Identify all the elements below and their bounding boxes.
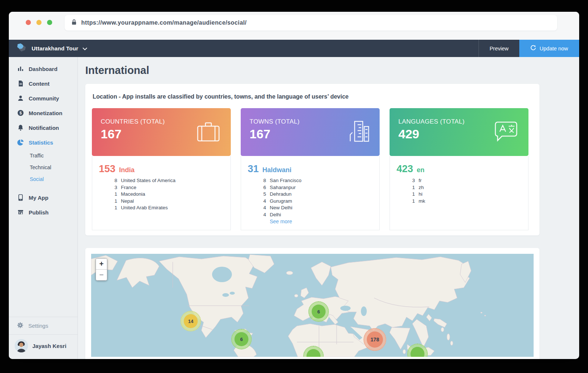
- top-language-name: en: [417, 166, 424, 174]
- sidebar-item-label: Community: [29, 95, 59, 102]
- sidebar-item-my-app[interactable]: My App: [9, 190, 78, 205]
- towns-column: TOWNS (TOTAL) 167: [241, 108, 380, 230]
- sidebar-item-label: My App: [29, 195, 49, 201]
- language-row: 1hi: [396, 191, 522, 198]
- storefront-icon: [17, 209, 24, 216]
- map-cluster-marker[interactable]: 14: [180, 311, 201, 331]
- maximize-window-button[interactable]: [47, 20, 52, 25]
- gear-icon: [17, 322, 24, 330]
- town-row: 8San Francisco: [247, 177, 373, 184]
- location-card: Location - App installs are classified b…: [85, 84, 539, 235]
- top-country-count: 153: [99, 163, 115, 175]
- sidebar-item-dashboard[interactable]: Dashboard: [9, 61, 78, 76]
- town-row: 6Saharanpur: [247, 184, 373, 191]
- language-name: mk: [419, 198, 425, 205]
- language-count: 1: [396, 184, 415, 191]
- update-now-button[interactable]: Update now: [519, 40, 579, 57]
- world-map[interactable]: + − 14 6 6 178: [91, 254, 534, 357]
- town-name: Saharanpur: [270, 184, 296, 191]
- language-row: 1zh: [396, 184, 522, 191]
- page-title: International: [85, 64, 579, 77]
- user-account[interactable]: Jayash Kesri: [9, 335, 78, 359]
- app-switcher[interactable]: Uttarakhand Tour: [9, 40, 87, 57]
- town-count: 4: [247, 205, 266, 212]
- sidebar-item-monetization[interactable]: $ Monetization: [9, 106, 78, 120]
- sidebar-item-settings[interactable]: Settings: [9, 317, 78, 335]
- town-row: 4Delhi: [247, 212, 373, 219]
- zoom-out-button[interactable]: −: [96, 269, 107, 280]
- sidebar-item-label: Dashboard: [29, 66, 57, 72]
- navbar-spacer: [87, 40, 478, 57]
- country-count: 3: [98, 184, 117, 191]
- map-cluster-marker[interactable]: 6: [231, 329, 252, 349]
- language-count: 1: [396, 191, 415, 198]
- town-name: Delhi: [270, 212, 281, 219]
- buildings-icon: [349, 120, 369, 144]
- location-heading: Location - App installs are classified b…: [93, 93, 533, 100]
- town-count: 4: [247, 212, 266, 219]
- close-window-button[interactable]: [26, 20, 31, 25]
- translate-icon: [494, 121, 518, 143]
- sidebar: Dashboard Content Community $: [9, 57, 78, 359]
- country-name: Nepal: [121, 198, 134, 205]
- sidebar-item-publish[interactable]: Publish: [9, 205, 78, 220]
- language-count: 3: [396, 177, 415, 184]
- country-name: France: [121, 184, 136, 191]
- cluster-count: 6: [234, 332, 248, 346]
- sidebar-subitem-technical[interactable]: Technical: [9, 161, 78, 173]
- country-count: 1: [98, 191, 117, 198]
- zoom-in-button[interactable]: +: [96, 259, 107, 269]
- towns-list: 31 Haldwani 8San Francisco 6Saharanpur 5…: [241, 156, 380, 230]
- bar-chart-icon: [17, 65, 24, 72]
- town-row: 5Dehradun: [247, 191, 373, 198]
- sidebar-subitem-label: Technical: [30, 164, 51, 170]
- url-text[interactable]: https://www.yourappname.com/manage/audie…: [81, 19, 247, 26]
- map-card: + − 14 6 6 178: [85, 248, 539, 359]
- main-content: International Location - App installs ar…: [78, 57, 579, 359]
- town-count: 8: [247, 177, 266, 184]
- update-now-label: Update now: [539, 46, 568, 51]
- language-row: 1mk: [396, 198, 522, 205]
- person-icon: [17, 95, 24, 102]
- sidebar-item-notification[interactable]: Notification: [9, 120, 78, 135]
- language-name: zh: [419, 184, 424, 191]
- sidebar-item-label: Publish: [29, 209, 49, 216]
- countries-total-card: COUNTRIES (TOTAL) 167: [92, 108, 231, 156]
- country-row: 1United Arab Emirates: [98, 205, 225, 212]
- country-row: 1Macedonia: [98, 191, 225, 198]
- top-town-name: Haldwani: [262, 166, 291, 174]
- app-name: Uttarakhand Tour: [32, 45, 78, 51]
- sidebar-item-statistics[interactable]: Statistics: [9, 135, 78, 150]
- bell-icon: [17, 124, 24, 131]
- countries-list: 153 India 8United States of America 3Fra…: [92, 156, 231, 230]
- dollar-icon: $: [17, 110, 24, 116]
- document-icon: [17, 80, 24, 87]
- sidebar-item-community[interactable]: Community: [9, 91, 78, 106]
- country-count: 8: [98, 177, 117, 184]
- country-name: United States of America: [121, 177, 176, 184]
- town-name: San Francisco: [270, 177, 301, 184]
- minimize-window-button[interactable]: [36, 20, 42, 25]
- sidebar-subitem-social[interactable]: Social: [9, 173, 78, 185]
- browser-chrome: https://www.yourappname.com/manage/audie…: [9, 12, 579, 40]
- map-cluster-marker[interactable]: 6: [308, 301, 329, 322]
- town-count: 6: [247, 184, 266, 191]
- preview-button[interactable]: Preview: [478, 40, 519, 57]
- cluster-count: [410, 347, 424, 357]
- app-logo-icon: [16, 43, 27, 54]
- address-bar[interactable]: https://www.yourappname.com/manage/audie…: [65, 15, 557, 31]
- town-count: 4: [247, 198, 266, 205]
- cluster-count: 14: [184, 314, 198, 328]
- see-more-link[interactable]: See more: [270, 219, 373, 224]
- countries-column: COUNTRIES (TOTAL) 167: [92, 108, 231, 230]
- pie-chart-icon: [17, 139, 24, 146]
- map-cluster-marker[interactable]: 178: [363, 328, 386, 351]
- town-count: 5: [247, 191, 266, 198]
- sidebar-item-content[interactable]: Content: [9, 76, 78, 91]
- user-name: Jayash Kesri: [32, 343, 67, 349]
- svg-text:$: $: [19, 111, 21, 115]
- top-country-name: India: [119, 166, 135, 174]
- sidebar-item-label: Statistics: [29, 139, 53, 146]
- country-name: United Arab Emirates: [121, 205, 168, 212]
- sidebar-subitem-traffic[interactable]: Traffic: [9, 150, 78, 161]
